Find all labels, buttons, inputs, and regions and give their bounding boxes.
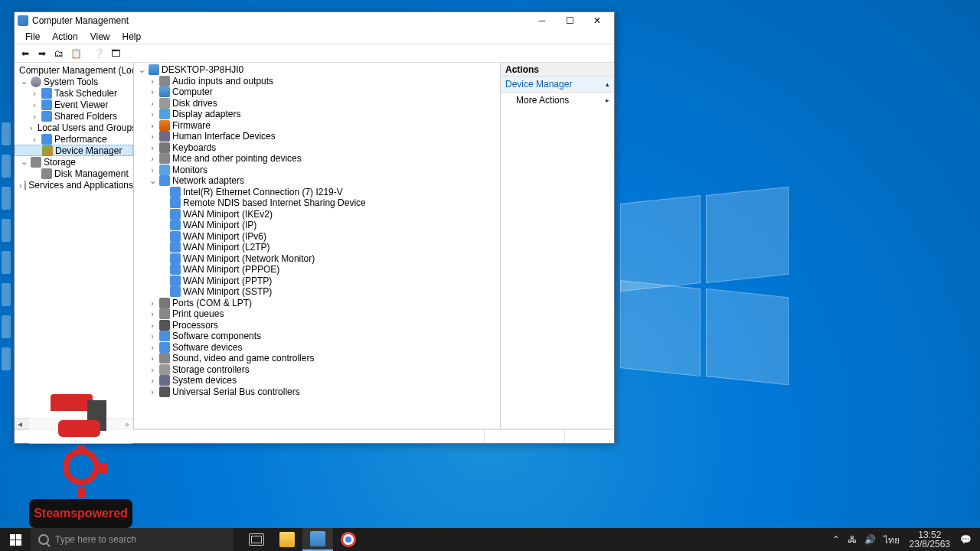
device-disk-drives[interactable]: ›Disk drives	[134, 98, 500, 109]
scroll-left-button[interactable]: ◂	[15, 419, 25, 429]
expander-icon[interactable]: ⌄	[19, 157, 28, 167]
tree-services-apps[interactable]: › Services and Applications	[15, 179, 133, 191]
network-adapter-item[interactable]: WAN Miniport (SSTP)	[134, 286, 500, 298]
expander-icon[interactable]: ›	[148, 376, 157, 385]
expander-icon[interactable]: ›	[30, 89, 39, 98]
tree-task-scheduler[interactable]: › Task Scheduler	[15, 87, 133, 99]
device-root[interactable]: ⌄DESKTOP-3P8HJI0	[134, 64, 500, 76]
network-adapter-item[interactable]: WAN Miniport (PPTP)	[134, 276, 500, 287]
device-audio[interactable]: ›Audio inputs and outputs	[134, 76, 500, 87]
tray-network-icon[interactable]: 🖧	[844, 534, 861, 545]
device-keyboards[interactable]: ›Keyboards	[134, 142, 500, 154]
actions-section[interactable]: Device Manager ▴	[501, 77, 614, 93]
tree-event-viewer[interactable]: › Event Viewer	[15, 99, 133, 110]
network-adapter-item[interactable]: Intel(R) Ethernet Connection (7) I219-V	[134, 187, 500, 198]
device-monitors[interactable]: ›Monitors	[134, 165, 500, 176]
expander-icon[interactable]: ›	[30, 112, 39, 121]
expander-icon[interactable]: ›	[148, 354, 157, 363]
tray-language[interactable]: ไทย	[880, 533, 903, 547]
expander-icon[interactable]: ›	[30, 135, 39, 144]
tree-storage[interactable]: ⌄ Storage	[15, 156, 133, 168]
expander-icon[interactable]: ›	[30, 100, 39, 109]
close-button[interactable]: ✕	[583, 13, 611, 28]
expander-icon[interactable]: ›	[148, 121, 157, 130]
expander-icon[interactable]: ›	[148, 309, 157, 318]
forward-button[interactable]: ➡	[34, 46, 50, 61]
expander-icon[interactable]: ›	[148, 87, 157, 96]
tree-disk-management[interactable]: Disk Management	[15, 168, 133, 179]
taskbar-explorer[interactable]	[272, 528, 302, 551]
tray-volume-icon[interactable]: 🔊	[861, 534, 880, 545]
expander-icon[interactable]: ›	[148, 298, 157, 308]
menu-file[interactable]: File	[19, 30, 46, 44]
back-button[interactable]: ⬅	[18, 46, 33, 61]
network-adapter-item[interactable]: Remote NDIS based Internet Sharing Devic…	[134, 197, 500, 209]
show-hide-tree-button[interactable]: 🗂	[51, 46, 67, 61]
minimize-button[interactable]: ─	[528, 13, 556, 28]
expander-icon[interactable]: ›	[148, 343, 157, 352]
task-view-button[interactable]	[241, 528, 272, 551]
device-processors[interactable]: ›Processors	[134, 320, 500, 331]
device-computer[interactable]: ›Computer	[134, 86, 500, 98]
titlebar[interactable]: Computer Management ─ ☐ ✕	[15, 12, 614, 29]
device-software-devices[interactable]: ›Software devices	[134, 342, 500, 354]
expander-icon[interactable]: ›	[148, 77, 157, 86]
expander-icon[interactable]: ›	[148, 365, 157, 374]
device-network-adapters[interactable]: ⌄Network adapters	[134, 175, 500, 187]
tray-overflow[interactable]: ⌃	[828, 534, 844, 545]
expander-icon[interactable]: ›	[148, 143, 157, 152]
expander-icon[interactable]: ›	[19, 181, 22, 190]
device-mice[interactable]: ›Mice and other pointing devices	[134, 153, 500, 165]
tree-root[interactable]: Computer Management (Local	[15, 64, 133, 76]
menu-view[interactable]: View	[84, 30, 116, 44]
expander-icon[interactable]: ›	[148, 321, 157, 330]
network-adapter-item[interactable]: WAN Miniport (PPPOE)	[134, 264, 500, 276]
expander-icon[interactable]: ⌄	[137, 65, 146, 75]
device-storage-controllers[interactable]: ›Storage controllers	[134, 364, 500, 376]
device-display-adapters[interactable]: ›Display adapters	[134, 109, 500, 120]
expander-icon[interactable]: ⌄	[19, 77, 28, 86]
device-software-components[interactable]: ›Software components	[134, 331, 500, 342]
network-adapter-item[interactable]: WAN Miniport (IP)	[134, 220, 500, 231]
device-hid[interactable]: ›Human Interface Devices	[134, 131, 500, 142]
expander-icon[interactable]: ›	[148, 165, 157, 174]
network-adapter-item[interactable]: WAN Miniport (L2TP)	[134, 242, 500, 253]
properties-button[interactable]: 📋	[68, 46, 83, 61]
help-button[interactable]: ❔	[91, 46, 106, 61]
tray-notifications-icon[interactable]: 💬	[956, 534, 975, 545]
actions-more-actions[interactable]: More Actions ▸	[501, 93, 614, 108]
device-firmware[interactable]: ›Firmware	[134, 120, 500, 132]
device-system-devices[interactable]: ›System devices	[134, 375, 500, 386]
expander-icon[interactable]: ›	[148, 132, 157, 141]
expander-icon[interactable]: ⌄	[148, 176, 157, 186]
expander-icon[interactable]: ›	[148, 99, 157, 108]
network-adapter-item[interactable]: WAN Miniport (Network Monitor)	[134, 253, 500, 265]
expander-icon[interactable]: ›	[148, 387, 157, 396]
console-tree-pane[interactable]: Computer Management (Local ⌄ System Tool…	[15, 63, 134, 429]
maximize-button[interactable]: ☐	[556, 13, 583, 28]
network-adapter-item[interactable]: WAN Miniport (IPv6)	[134, 231, 500, 243]
device-usb[interactable]: ›Universal Serial Bus controllers	[134, 386, 500, 398]
taskbar-mmc[interactable]	[302, 528, 333, 551]
taskbar-chrome[interactable]	[333, 528, 364, 551]
tree-local-users[interactable]: › Local Users and Groups	[15, 122, 133, 133]
expander-icon[interactable]: ›	[148, 109, 157, 119]
device-print-queues[interactable]: ›Print queues	[134, 308, 500, 320]
taskbar-search[interactable]: Type here to search	[31, 528, 234, 551]
network-adapter-item[interactable]: WAN Miniport (IKEv2)	[134, 209, 500, 220]
tree-system-tools[interactable]: ⌄ System Tools	[15, 76, 133, 87]
device-sound[interactable]: ›Sound, video and game controllers	[134, 353, 500, 364]
device-tree-pane[interactable]: ⌄DESKTOP-3P8HJI0 ›Audio inputs and outpu…	[134, 63, 501, 429]
expander-icon[interactable]: ›	[148, 331, 157, 341]
expander-icon[interactable]: ›	[30, 123, 33, 132]
tree-device-manager[interactable]: Device Manager	[15, 145, 133, 156]
menu-help[interactable]: Help	[116, 30, 148, 44]
device-ports[interactable]: ›Ports (COM & LPT)	[134, 298, 500, 309]
start-button[interactable]	[0, 528, 31, 551]
expander-icon[interactable]: ›	[148, 154, 157, 163]
refresh-button[interactable]: 🗔	[108, 46, 123, 61]
menu-action[interactable]: Action	[46, 30, 83, 44]
tray-clock[interactable]: 13:52 23/8/2563	[903, 530, 956, 549]
tree-shared-folders[interactable]: › Shared Folders	[15, 110, 133, 122]
tree-performance[interactable]: › Performance	[15, 133, 133, 145]
